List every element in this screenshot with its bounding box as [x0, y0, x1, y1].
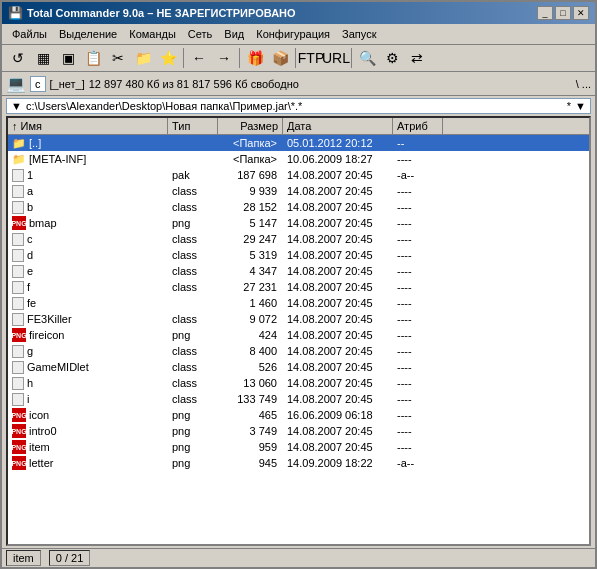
col-header-name[interactable]: ↑ Имя — [8, 118, 168, 134]
table-row[interactable]: PNG intro0 png 3 749 14.08.2007 20:45 --… — [8, 423, 589, 439]
table-row[interactable]: g class 8 400 14.08.2007 20:45 ---- — [8, 343, 589, 359]
toolbar-sep4 — [351, 48, 352, 68]
close-button[interactable]: ✕ — [573, 6, 589, 20]
col-header-date[interactable]: Дата — [283, 118, 393, 134]
minimize-button[interactable]: _ — [537, 6, 553, 20]
drive-bar: 💻 c [_нет_] 12 897 480 Кб из 81 817 596 … — [2, 72, 595, 96]
table-row[interactable]: 1 pak 187 698 14.08.2007 20:45 -a-- — [8, 167, 589, 183]
table-row[interactable]: FE3Killer class 9 072 14.08.2007 20:45 -… — [8, 311, 589, 327]
menu-item-[interactable]: Файлы — [6, 26, 53, 42]
file-name: g — [27, 345, 33, 357]
config-button[interactable]: ⚙ — [380, 47, 404, 69]
menu-item-[interactable]: Запуск — [336, 26, 382, 42]
file-name: a — [27, 185, 33, 197]
cell-date: 14.08.2007 20:45 — [283, 297, 393, 309]
menu-item-[interactable]: Сеть — [182, 26, 218, 42]
cell-date: 14.09.2009 18:22 — [283, 457, 393, 469]
search-button[interactable]: 🔍 — [355, 47, 379, 69]
toolbar-sep2 — [239, 48, 240, 68]
file-name: GameMIDlet — [27, 361, 89, 373]
back-button[interactable]: ← — [187, 47, 211, 69]
cell-attr: ---- — [393, 377, 443, 389]
folder-icon: 📁 — [12, 136, 26, 150]
cell-size: 133 749 — [218, 393, 283, 405]
menu-item-[interactable]: Вид — [218, 26, 250, 42]
ftp-button[interactable]: FTP — [299, 47, 323, 69]
cell-date: 14.08.2007 20:45 — [283, 169, 393, 181]
table-row[interactable]: 📁 [..] <Папка> 05.01.2012 20:12 -- — [8, 135, 589, 151]
table-row[interactable]: i class 133 749 14.08.2007 20:45 ---- — [8, 391, 589, 407]
table-row[interactable]: fe 1 460 14.08.2007 20:45 ---- — [8, 295, 589, 311]
file-icon — [12, 185, 24, 198]
cell-attr: ---- — [393, 345, 443, 357]
cell-size: 4 347 — [218, 265, 283, 277]
table-row[interactable]: GameMIDlet class 526 14.08.2007 20:45 --… — [8, 359, 589, 375]
cell-name: PNG fireicon — [8, 328, 168, 342]
menu-item-[interactable]: Конфигурация — [250, 26, 336, 42]
cell-name: a — [8, 185, 168, 198]
table-row[interactable]: d class 5 319 14.08.2007 20:45 ---- — [8, 247, 589, 263]
table-row[interactable]: e class 4 347 14.08.2007 20:45 ---- — [8, 263, 589, 279]
cell-date: 16.06.2009 06:18 — [283, 409, 393, 421]
path-dropdown[interactable]: ▼ — [575, 100, 586, 112]
cell-type: class — [168, 281, 218, 293]
cell-attr: ---- — [393, 425, 443, 437]
table-row[interactable]: PNG icon png 465 16.06.2009 06:18 ---- — [8, 407, 589, 423]
cell-size: <Папка> — [218, 153, 283, 165]
col-header-attr[interactable]: Атриб — [393, 118, 443, 134]
cell-date: 14.08.2007 20:45 — [283, 217, 393, 229]
unpack-button[interactable]: 📦 — [268, 47, 292, 69]
newfolder-button[interactable]: 📁 — [131, 47, 155, 69]
cell-size: 1 460 — [218, 297, 283, 309]
view-button[interactable]: ▦ — [31, 47, 55, 69]
drive-icon: 💻 — [6, 74, 26, 93]
table-row[interactable]: 📁 [META-INF] <Папка> 10.06.2009 18:27 --… — [8, 151, 589, 167]
cell-size: 5 147 — [218, 217, 283, 229]
table-row[interactable]: f class 27 231 14.08.2007 20:45 ---- — [8, 279, 589, 295]
menu-item-[interactable]: Команды — [123, 26, 182, 42]
menu-item-[interactable]: Выделение — [53, 26, 123, 42]
cell-size: 9 072 — [218, 313, 283, 325]
file-icon — [12, 249, 24, 262]
path-text[interactable]: c:\Users\Alexander\Desktop\Новая папка\П… — [26, 100, 563, 112]
menu-bar: ФайлыВыделениеКомандыСетьВидКонфигурация… — [2, 24, 595, 45]
url-button[interactable]: URL — [324, 47, 348, 69]
cell-size: 187 698 — [218, 169, 283, 181]
cell-size: 13 060 — [218, 377, 283, 389]
cell-type: class — [168, 345, 218, 357]
refresh-button[interactable]: ↺ — [6, 47, 30, 69]
table-row[interactable]: h class 13 060 14.08.2007 20:45 ---- — [8, 375, 589, 391]
copy-button[interactable]: 📋 — [81, 47, 105, 69]
file-name: i — [27, 393, 29, 405]
cell-size: 959 — [218, 441, 283, 453]
table-row[interactable]: PNG letter png 945 14.09.2009 18:22 -a-- — [8, 455, 589, 471]
col-header-type[interactable]: Тип — [168, 118, 218, 134]
move-button[interactable]: ✂ — [106, 47, 130, 69]
maximize-button[interactable]: □ — [555, 6, 571, 20]
file-name: intro0 — [29, 425, 57, 437]
cell-attr: ---- — [393, 393, 443, 405]
file-list: 📁 [..] <Папка> 05.01.2012 20:12 -- 📁 [ME… — [8, 135, 589, 544]
table-row[interactable]: b class 28 152 14.08.2007 20:45 ---- — [8, 199, 589, 215]
cell-date: 14.08.2007 20:45 — [283, 329, 393, 341]
table-row[interactable]: c class 29 247 14.08.2007 20:45 ---- — [8, 231, 589, 247]
cell-name: f — [8, 281, 168, 294]
file-name: letter — [29, 457, 53, 469]
table-row[interactable]: a class 9 939 14.08.2007 20:45 ---- — [8, 183, 589, 199]
cell-attr: -a-- — [393, 457, 443, 469]
folder-icon: 📁 — [12, 152, 26, 166]
delete-button[interactable]: ⭐ — [156, 47, 180, 69]
edit-button[interactable]: ▣ — [56, 47, 80, 69]
filter-star: * — [567, 100, 571, 112]
col-header-size[interactable]: Размер — [218, 118, 283, 134]
pack-button[interactable]: 🎁 — [243, 47, 267, 69]
file-name: e — [27, 265, 33, 277]
forward-button[interactable]: → — [212, 47, 236, 69]
file-name: d — [27, 249, 33, 261]
table-row[interactable]: PNG bmap png 5 147 14.08.2007 20:45 ---- — [8, 215, 589, 231]
table-row[interactable]: PNG item png 959 14.08.2007 20:45 ---- — [8, 439, 589, 455]
drive-letter[interactable]: c — [30, 76, 46, 92]
sync-button[interactable]: ⇄ — [405, 47, 429, 69]
table-row[interactable]: PNG fireicon png 424 14.08.2007 20:45 --… — [8, 327, 589, 343]
app-icon: 💾 — [8, 6, 23, 20]
